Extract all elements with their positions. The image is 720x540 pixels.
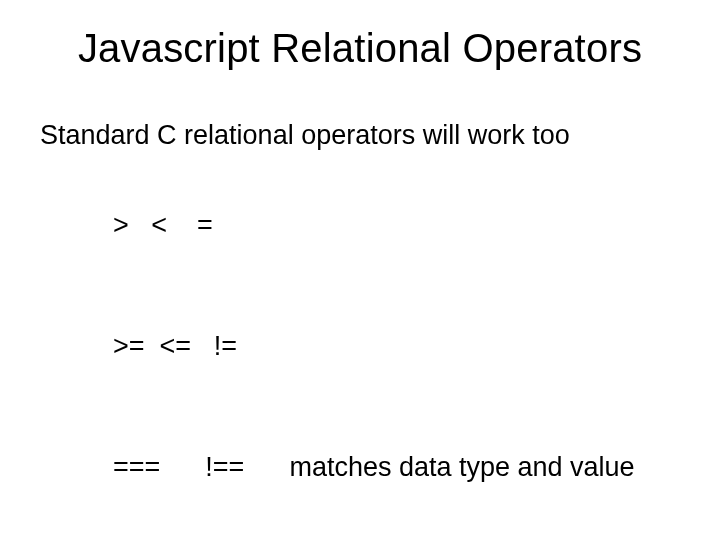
slide: Javascript Relational Operators Standard… — [0, 0, 720, 540]
op-strict-neq: !== — [205, 452, 244, 482]
op-strict-eq: === — [113, 452, 160, 482]
op-gte: >= — [113, 331, 145, 361]
slide-title: Javascript Relational Operators — [0, 26, 720, 71]
op-lt: < — [151, 210, 167, 240]
intro-text: Standard C relational operators will wor… — [40, 120, 680, 151]
op-neq: != — [214, 331, 237, 361]
operators-row-1: > < = — [68, 179, 680, 272]
op-eq: = — [197, 210, 213, 240]
slide-body: Standard C relational operators will wor… — [40, 120, 680, 540]
op-lte: <= — [160, 331, 192, 361]
op-gt: > — [113, 210, 129, 240]
operators-row-3: === !== matches data type and value — [68, 421, 680, 514]
operators-row-2: >= <= != — [68, 300, 680, 393]
strict-note: matches data type and value — [289, 452, 634, 482]
